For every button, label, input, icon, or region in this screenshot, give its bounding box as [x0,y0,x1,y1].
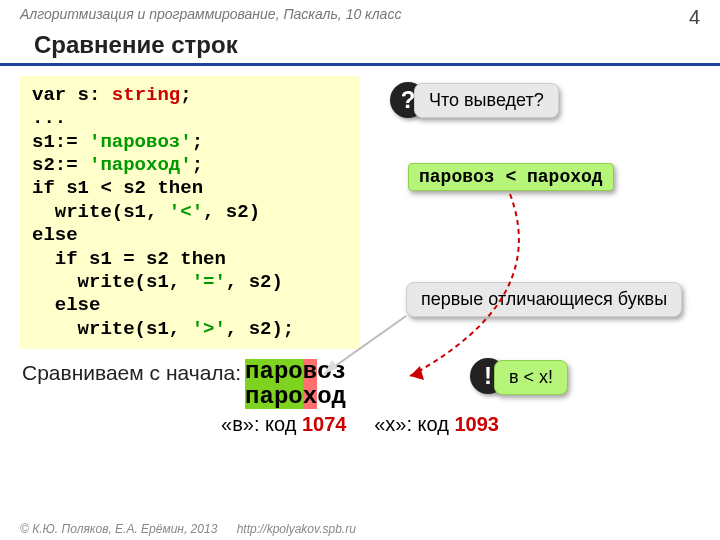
bang-callout: в < х! [494,360,568,395]
page-number: 4 [689,6,700,29]
compare-words: паровоз пароход [245,359,346,409]
first-diff-callout: первые отличающиеся буквы [406,282,682,317]
slide-footer: © К.Ю. Поляков, Е.А. Ерёмин, 2013 http:/… [20,522,356,536]
char-codes: «в»: код 1074 «х»: код 1093 [0,413,720,436]
compare-section: Сравниваем с начала: паровоз пароход [22,359,720,409]
footer-url: http://kpolyakov.spb.ru [237,522,356,536]
code-block: var s: string; ... s1:= 'паровоз'; s2:= … [20,76,360,349]
course-label: Алгоритмизация и программирование, Паска… [20,6,401,29]
result-badge: паровоз < пароход [408,163,614,191]
slide-title: Сравнение строк [0,31,720,66]
slide-header: Алгоритмизация и программирование, Паска… [0,0,720,31]
question-callout: Что выведет? [414,83,559,118]
copyright: © К.Ю. Поляков, Е.А. Ерёмин, 2013 [20,522,217,536]
compare-label: Сравниваем с начала: [22,359,241,385]
